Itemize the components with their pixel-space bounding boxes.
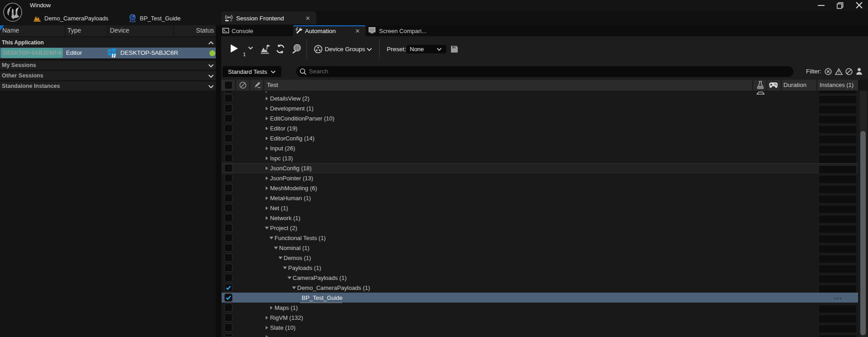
svg-text:u: u <box>112 51 116 59</box>
